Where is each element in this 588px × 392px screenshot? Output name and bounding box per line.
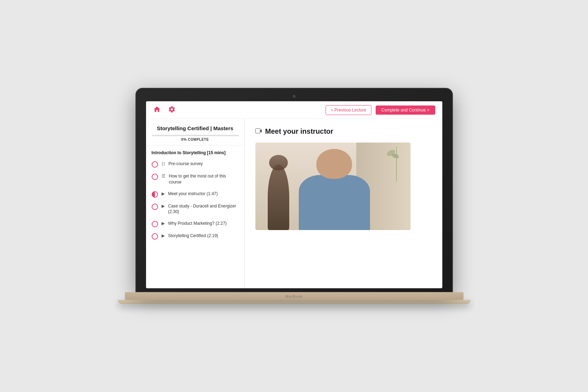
- person-torso: [299, 175, 370, 230]
- lesson-item[interactable]: ☰ How to get the most out of this course: [146, 170, 244, 188]
- sidebar-header: Storytelling Certified | Masters 0% COMP…: [146, 119, 244, 145]
- code-icon: ⟨⟩: [162, 161, 165, 166]
- main-layout: Storytelling Certified | Masters 0% COMP…: [146, 119, 442, 288]
- lecture-video-icon: [255, 128, 262, 135]
- progress-text: 0% COMPLETE: [152, 138, 239, 141]
- plant-decoration: [390, 147, 402, 182]
- lesson-check-5: [152, 221, 158, 227]
- course-sidebar: Storytelling Certified | Masters 0% COMP…: [146, 119, 245, 288]
- complete-continue-button[interactable]: Complete and Continue >: [376, 105, 435, 115]
- person-head: [316, 149, 352, 179]
- lesson-text-6: Storytelling Certified (2:19): [168, 233, 218, 239]
- laptop-camera: [293, 95, 296, 98]
- video-icon-6: ▶: [162, 233, 165, 238]
- lesson-item[interactable]: ▶ Case study - Duracell and Energizer (2…: [146, 200, 244, 218]
- top-nav: < Previous Lecture Complete and Continue…: [146, 101, 442, 119]
- nav-right: < Previous Lecture Complete and Continue…: [326, 105, 435, 115]
- buddha-statue: [268, 164, 290, 230]
- video-thumb-inner: [255, 143, 411, 230]
- video-icon-3: ▶: [162, 191, 165, 196]
- home-icon[interactable]: [153, 105, 161, 115]
- lecture-title: Meet your instructor: [255, 127, 432, 135]
- laptop-base: [125, 292, 463, 300]
- progress-bar-container: [152, 135, 239, 136]
- lesson-check-4: [152, 204, 158, 210]
- instructor-figure: [299, 151, 370, 230]
- svg-rect-0: [255, 128, 260, 133]
- course-title: Storytelling Certified | Masters: [152, 125, 239, 131]
- video-thumbnail[interactable]: [255, 143, 411, 230]
- lesson-item[interactable]: ▶ Storytelling Certified (2:19): [146, 230, 244, 242]
- lesson-item[interactable]: ⟨⟩ Pre-course survey: [146, 158, 244, 170]
- laptop-body: < Previous Lecture Complete and Continue…: [135, 88, 453, 293]
- section-header: Introduction to Storytelling [15 mins]: [146, 145, 244, 158]
- list-icon: ☰: [162, 174, 165, 179]
- lesson-text-3: Meet your instructor (1:47): [168, 191, 218, 197]
- buddha-head: [269, 155, 288, 171]
- prev-lecture-button[interactable]: < Previous Lecture: [326, 105, 371, 115]
- content-area: Meet your instructor: [245, 119, 442, 288]
- nav-left: [153, 105, 176, 115]
- lesson-text-4: Case study - Duracell and Energizer (2:3…: [168, 203, 239, 215]
- lesson-check-6: [152, 233, 158, 240]
- lesson-item[interactable]: ▶ Why Product Marketing? (2:27): [146, 218, 244, 230]
- gear-icon[interactable]: [168, 105, 176, 115]
- lesson-text-2: How to get the most out of this course: [169, 173, 239, 185]
- lesson-text-1: Pre-course survey: [169, 161, 203, 167]
- lesson-check-1: [152, 161, 158, 168]
- video-icon-4: ▶: [162, 204, 165, 209]
- lesson-check-2: [152, 174, 158, 180]
- lesson-text-5: Why Product Marketing? (2:27): [168, 221, 227, 227]
- lesson-item[interactable]: ▶ Meet your instructor (1:47): [146, 188, 244, 200]
- lesson-check-3: [152, 191, 158, 198]
- laptop-screen: < Previous Lecture Complete and Continue…: [146, 101, 442, 288]
- laptop-bottom: [118, 300, 471, 304]
- video-icon-5: ▶: [162, 221, 165, 226]
